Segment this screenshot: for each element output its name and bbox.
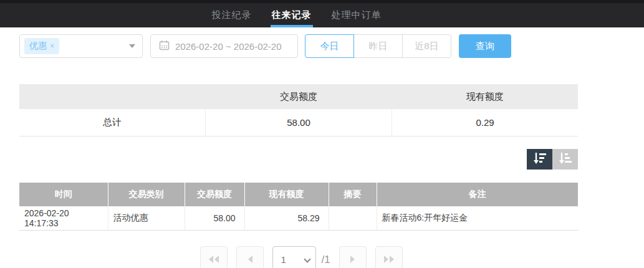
tab-label: 处理中订单 [332,9,382,21]
quick-date-buttons: 今日 昨日 近8日 [305,34,451,58]
filter-toolbar: 优惠 × 2026-02-20 ~ 2026-02-20 今日 昨日 近8日 查… [19,34,644,58]
page-number-select[interactable]: 1 [272,246,316,268]
sort-descending-icon [533,152,547,167]
chevron-down-icon [304,256,311,262]
summary-table: 交易额度 现有额度 总计 58.00 0.29 [19,84,578,136]
page-select-group: 1 /1 [272,246,330,268]
cell-type: 活动优惠 [108,206,185,230]
tab-label: 往来记录 [272,9,312,21]
double-chevron-right-icon [383,254,395,266]
header-time: 时间 [19,183,108,206]
summary-table-row: 总计 58.00 0.29 [19,109,578,136]
calendar-icon [159,40,170,53]
active-tab-underline [271,25,313,27]
last-8-days-button[interactable]: 近8日 [402,34,451,58]
search-button[interactable]: 查询 [459,34,511,58]
date-range-picker[interactable]: 2026-02-20 ~ 2026-02-20 [150,34,298,58]
chevron-right-icon [350,254,355,266]
page-number-value: 1 [281,254,286,265]
today-button[interactable]: 今日 [305,34,354,58]
double-chevron-left-icon [208,254,219,266]
header-trade-amount: 交易额度 [185,183,244,206]
tab-label: 投注纪录 [212,9,252,21]
summary-header-trade-amount: 交易额度 [206,84,392,109]
summary-header-current-amount: 现有额度 [392,84,578,109]
summary-current-amount-value: 0.29 [392,109,578,136]
category-multiselect[interactable]: 优惠 × [19,34,143,58]
next-page-button[interactable] [339,246,367,268]
sort-controls [19,149,578,170]
sort-descending-button[interactable] [527,149,552,170]
table-row: 2026-02-20 14:17:33 活动优惠 58.00 58.29 新春活… [19,206,578,230]
last-page-button[interactable] [375,246,403,268]
records-table: 时间 交易类别 交易额度 现有额度 摘要 备注 2026-02-20 14:17… [19,183,578,231]
tab-transaction-records[interactable]: 往来记录 [262,3,322,27]
cell-trade-amount: 58.00 [185,206,244,230]
cell-note: 新春活动6:开年好运金 [377,206,578,230]
sort-ascending-button[interactable] [552,149,578,170]
pagination: 1 /1 [0,246,644,268]
total-pages-label: /1 [321,246,330,268]
summary-total-label: 总计 [19,109,206,136]
summary-header-blank [19,84,206,109]
header-summary: 摘要 [329,183,377,206]
tab-betting-records[interactable]: 投注纪录 [202,3,262,27]
header-type: 交易类别 [108,183,185,206]
selected-tag: 优惠 × [24,38,59,54]
chevron-down-icon [129,44,135,48]
top-navbar: 投注纪录 往来记录 处理中订单 [0,3,644,27]
sort-ascending-icon [559,152,572,167]
tag-remove-icon[interactable]: × [50,42,54,50]
tab-processing-orders[interactable]: 处理中订单 [322,3,392,27]
previous-page-button[interactable] [236,246,264,268]
yesterday-button[interactable]: 昨日 [353,34,403,58]
header-current-amount: 现有额度 [244,183,329,206]
cell-current-amount: 58.29 [244,206,329,230]
header-note: 备注 [377,183,578,206]
chevron-left-icon [248,254,253,266]
cell-time: 2026-02-20 14:17:33 [19,206,108,230]
date-range-value: 2026-02-20 ~ 2026-02-20 [175,41,282,52]
cell-summary [329,206,377,230]
summary-trade-amount-value: 58.00 [206,109,392,136]
first-page-button[interactable] [200,246,228,268]
selected-tag-label: 优惠 [29,41,47,52]
summary-table-header: 交易额度 现有额度 [19,84,578,109]
records-header-row: 时间 交易类别 交易额度 现有额度 摘要 备注 [19,183,578,206]
